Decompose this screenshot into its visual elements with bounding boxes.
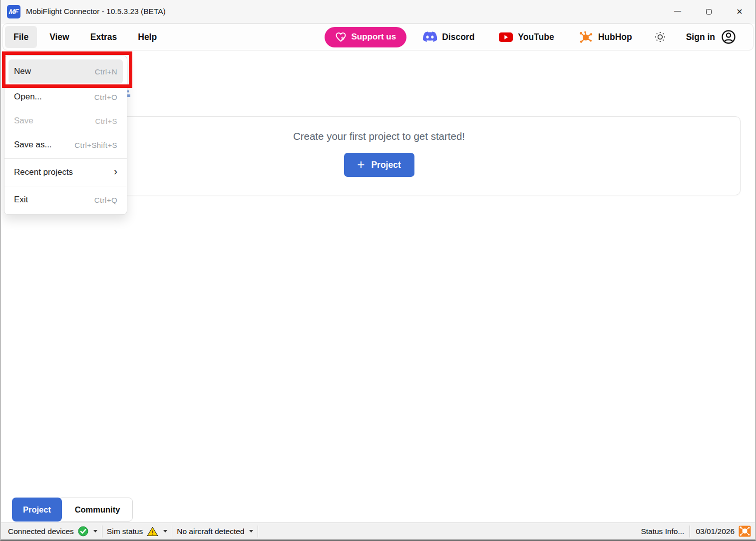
plus-icon: + xyxy=(357,158,365,171)
connected-devices-status[interactable]: Connected devices xyxy=(5,526,100,537)
hubhop-link[interactable]: HubHop xyxy=(578,30,632,44)
menu-extras[interactable]: Extras xyxy=(82,26,126,48)
menu-item-label: Save xyxy=(14,116,33,126)
hubhop-label: HubHop xyxy=(598,32,632,42)
svg-text:$: $ xyxy=(342,35,345,41)
status-separator xyxy=(102,526,102,538)
status-separator xyxy=(258,526,258,538)
discord-icon xyxy=(422,31,437,42)
menu-item-label: Save as... xyxy=(14,140,52,150)
menu-item-shortcut: Ctrl+Shift+S xyxy=(74,141,117,149)
discord-link[interactable]: Discord xyxy=(422,31,474,42)
caret-down-icon xyxy=(93,530,97,533)
minimize-icon: — xyxy=(674,6,681,14)
aircraft-status[interactable]: No aircraft detected xyxy=(174,527,256,536)
sign-in-label: Sign in xyxy=(686,32,715,42)
maximize-icon xyxy=(706,9,712,14)
file-dropdown-menu: New Ctrl+N Open... Ctrl+O Save Ctrl+S Sa… xyxy=(4,55,127,215)
obscured-ui-fragment xyxy=(127,90,131,98)
menu-item-shortcut: Ctrl+Q xyxy=(94,196,117,204)
window-title: MobiFlight Connector - 10.5.3.23 (BETA) xyxy=(26,7,166,16)
menu-toolbar: File View Extras Help $ Support us xyxy=(2,23,754,50)
caret-down-icon xyxy=(163,530,167,533)
submenu-chevron-icon: › xyxy=(114,166,117,177)
menu-file[interactable]: File xyxy=(5,26,37,48)
ok-check-icon xyxy=(78,526,88,537)
new-project-button[interactable]: + Project xyxy=(344,153,414,177)
menu-view[interactable]: View xyxy=(41,26,78,48)
window-controls: — ✕ xyxy=(662,0,755,23)
svg-text:!: ! xyxy=(152,530,154,536)
new-project-button-label: Project xyxy=(371,160,400,170)
support-us-button[interactable]: $ Support us xyxy=(325,27,406,47)
sim-status[interactable]: Sim status ! xyxy=(104,527,170,537)
file-menu-item-new[interactable]: New Ctrl+N xyxy=(8,59,123,83)
minimize-button[interactable]: — xyxy=(662,0,693,23)
toolbar-right: $ Support us Discord xyxy=(325,24,753,50)
status-info-link[interactable]: Status Info... xyxy=(641,527,684,536)
title-bar: MF MobiFlight Connector - 10.5.3.23 (BET… xyxy=(1,0,755,23)
menu-item-label: Exit xyxy=(14,195,28,205)
status-separator xyxy=(172,526,172,538)
tab-project[interactable]: Project xyxy=(12,498,62,522)
menu-separator xyxy=(4,158,127,159)
theme-toggle-button[interactable] xyxy=(654,31,666,43)
tab-community[interactable]: Community xyxy=(58,498,133,522)
file-menu-item-save-as[interactable]: Save as... Ctrl+Shift+S xyxy=(4,133,127,157)
menu-item-shortcut: Ctrl+S xyxy=(95,117,118,125)
status-bar: Connected devices Sim status ! No air xyxy=(1,523,755,540)
menu-item-shortcut: Ctrl+O xyxy=(94,93,117,101)
heart-dollar-icon: $ xyxy=(335,32,347,42)
connected-devices-label: Connected devices xyxy=(8,527,74,536)
close-icon: ✕ xyxy=(736,7,743,16)
discord-label: Discord xyxy=(442,32,474,42)
status-separator xyxy=(690,526,690,538)
sun-brightness-icon xyxy=(654,31,666,43)
sim-status-label: Sim status xyxy=(107,527,143,536)
close-button[interactable]: ✕ xyxy=(724,0,755,23)
status-date: 03/01/2026 xyxy=(696,527,735,536)
file-menu-item-recent-projects[interactable]: Recent projects › xyxy=(4,160,127,184)
app-window: MF MobiFlight Connector - 10.5.3.23 (BET… xyxy=(0,0,756,541)
youtube-label: YouTube xyxy=(518,32,554,42)
bottom-tabs: Project Community xyxy=(12,498,133,522)
mobiflight-logo-icon: MF xyxy=(7,5,20,18)
menu-help[interactable]: Help xyxy=(129,26,165,48)
user-avatar-icon xyxy=(721,29,736,44)
aircraft-status-label: No aircraft detected xyxy=(177,527,244,536)
mobiflight-splat-icon xyxy=(739,526,751,537)
maximize-button[interactable] xyxy=(693,0,724,23)
menu-item-label: Open... xyxy=(14,92,42,102)
file-menu-item-save: Save Ctrl+S xyxy=(4,109,127,133)
support-us-label: Support us xyxy=(351,32,396,42)
youtube-link[interactable]: YouTube xyxy=(498,32,554,42)
menu-separator xyxy=(4,186,127,186)
file-menu-item-open[interactable]: Open... Ctrl+O xyxy=(4,85,127,109)
warning-triangle-icon: ! xyxy=(147,527,158,537)
sign-in-button[interactable]: Sign in xyxy=(686,29,736,44)
menu-item-label: New xyxy=(14,66,31,76)
logo-text: MF xyxy=(8,7,18,15)
status-bar-right: Status Info... 03/01/2026 xyxy=(641,526,751,538)
caret-down-icon xyxy=(249,530,253,533)
menu-item-label: Recent projects xyxy=(14,167,73,177)
youtube-icon xyxy=(498,32,513,42)
hubhop-splat-icon xyxy=(578,30,594,44)
file-menu-item-exit[interactable]: Exit Ctrl+Q xyxy=(4,188,127,212)
menu-item-shortcut: Ctrl+N xyxy=(95,67,117,76)
